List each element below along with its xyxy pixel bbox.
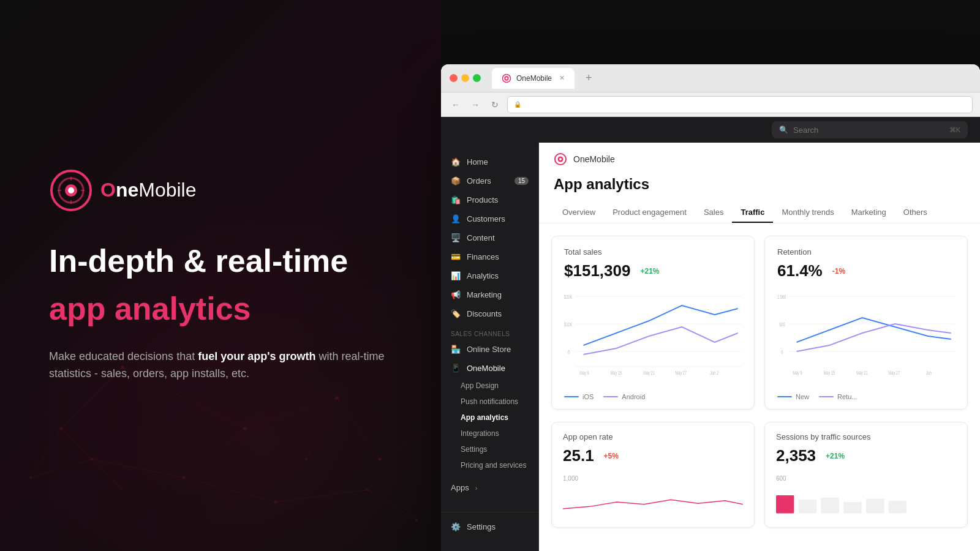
left-panel: OneMobile In-depth & real-time app analy…: [0, 0, 441, 551]
svg-rect-62: [821, 498, 839, 514]
sidebar: 🏠 Home 📦 Orders 15 🛍️ Products 👤 Custome…: [441, 143, 539, 551]
svg-rect-64: [866, 499, 884, 514]
sidebar-sub-push[interactable]: Push notifications: [441, 394, 538, 410]
app-design-label: App Design: [461, 381, 499, 390]
svg-point-23: [29, 476, 32, 479]
sidebar-item-home[interactable]: 🏠 Home: [441, 152, 538, 171]
page-title: App analytics: [554, 176, 965, 193]
app-open-rate-bottom-label: 1,000: [563, 475, 743, 482]
svg-line-13: [31, 459, 92, 478]
subtitle: Make educated decisions that fuel your a…: [49, 348, 392, 383]
forward-button[interactable]: →: [468, 97, 483, 112]
sidebar-item-onemobile[interactable]: 📱 OneMobile: [441, 359, 538, 378]
sidebar-item-discounts[interactable]: 🏷️ Discounts: [441, 304, 538, 323]
sidebar-label-content: Content: [467, 233, 495, 242]
discounts-icon: 🏷️: [451, 309, 461, 318]
tab-overview[interactable]: Overview: [554, 203, 604, 223]
traffic-lights: [450, 74, 481, 82]
total-sales-label: Total sales: [564, 247, 742, 257]
svg-point-16: [243, 427, 247, 430]
sidebar-sub-pricing[interactable]: Pricing and services: [441, 457, 538, 473]
app-open-rate-card: App open rate 25.1 +5% 1,000: [551, 422, 755, 528]
svg-line-2: [337, 398, 380, 459]
svg-point-18: [379, 458, 382, 461]
analytics-tabs: Overview Product engagement Sales Traffi…: [554, 203, 965, 223]
tab-close-button[interactable]: ✕: [559, 74, 565, 82]
right-panel: OneMobile ✕ + ← → ↻ 🔒 🔍 ⌘K: [441, 0, 980, 551]
tab-label: OneMobile: [516, 74, 552, 83]
svg-point-21: [366, 489, 369, 491]
headline-2: app analytics: [49, 290, 392, 328]
search-wrapper[interactable]: 🔍 ⌘K: [772, 121, 968, 138]
sessions-change: +21%: [822, 451, 848, 462]
sidebar-sub-settings[interactable]: Settings: [441, 441, 538, 457]
svg-text:May 21: May 21: [856, 370, 868, 376]
sidebar-label-discounts: Discounts: [467, 309, 502, 318]
back-button[interactable]: ←: [448, 97, 463, 112]
ios-line: [564, 396, 579, 397]
tab-product-engagement[interactable]: Product engagement: [604, 203, 695, 223]
total-sales-value: $151,309: [564, 261, 630, 280]
svg-point-20: [274, 501, 277, 504]
integrations-label: Integrations: [461, 429, 499, 438]
sidebar-item-content[interactable]: 🖥️ Content: [441, 228, 538, 247]
svg-point-25: [305, 458, 307, 460]
svg-text:0: 0: [568, 349, 570, 356]
sidebar-item-finances[interactable]: 💳 Finances: [441, 247, 538, 266]
sessions-value-row: 2,353 +21%: [776, 446, 956, 465]
content-icon: 🖥️: [451, 233, 461, 242]
logo-text: OneMobile: [100, 179, 197, 201]
svg-rect-65: [889, 501, 907, 514]
sidebar-item-online-store[interactable]: 🏪 Online Store: [441, 340, 538, 359]
svg-text:1,000: 1,000: [777, 294, 786, 301]
traffic-light-green[interactable]: [473, 74, 481, 82]
address-bar[interactable]: 🔒: [507, 96, 973, 113]
search-icon: 🔍: [779, 126, 788, 134]
legend-ios: iOS: [564, 393, 594, 400]
retention-legend: New Retu...: [777, 393, 955, 400]
new-label: New: [796, 393, 809, 400]
svg-point-22: [60, 427, 63, 430]
settings-icon: ⚙️: [451, 522, 461, 531]
sidebar-item-settings[interactable]: ⚙️ Settings: [441, 517, 538, 536]
app-open-rate-change: +5%: [600, 451, 622, 462]
svg-text:May 27: May 27: [676, 370, 687, 376]
traffic-light-yellow[interactable]: [461, 74, 469, 82]
sidebar-item-analytics[interactable]: 📊 Analytics: [441, 266, 538, 285]
total-sales-value-row: $151,309 +21%: [564, 261, 742, 280]
browser-tab[interactable]: OneMobile ✕: [492, 68, 575, 89]
tab-monthly-trends[interactable]: Monthly trends: [773, 203, 842, 223]
new-line: [777, 396, 792, 397]
bottom-cards: App open rate 25.1 +5% 1,000 Sessions by…: [539, 422, 980, 540]
sidebar-item-customers[interactable]: 👤 Customers: [441, 209, 538, 228]
svg-text:May 15: May 15: [611, 370, 622, 376]
sidebar-sub-app-design[interactable]: App Design: [441, 378, 538, 394]
svg-text:May 9: May 9: [793, 370, 802, 376]
sidebar-item-orders[interactable]: 📦 Orders 15: [441, 171, 538, 190]
customers-icon: 👤: [451, 214, 461, 223]
subtitle-bold: fuel your app's growth: [198, 350, 315, 362]
svg-line-14: [380, 429, 429, 459]
svg-text:0: 0: [781, 349, 783, 356]
sidebar-sub-app-analytics[interactable]: App analytics: [441, 410, 538, 425]
svg-point-33: [505, 77, 508, 80]
sidebar-item-apps[interactable]: Apps ›: [441, 478, 538, 497]
search-input[interactable]: [793, 126, 944, 135]
reload-button[interactable]: ↻: [488, 97, 502, 112]
logo-area: OneMobile: [49, 168, 392, 212]
sidebar-item-products[interactable]: 🛍️ Products: [441, 190, 538, 209]
sessions-bar-chart: [776, 487, 956, 517]
svg-line-3: [184, 429, 245, 478]
sidebar-item-marketing[interactable]: 📢 Marketing: [441, 285, 538, 304]
app-analytics-label: App analytics: [461, 413, 508, 422]
tab-traffic[interactable]: Traffic: [732, 203, 773, 223]
svg-point-19: [183, 476, 186, 479]
tab-sales[interactable]: Sales: [695, 203, 733, 223]
sidebar-sub-integrations[interactable]: Integrations: [441, 425, 538, 441]
return-line: [819, 396, 834, 397]
new-tab-button[interactable]: +: [581, 72, 597, 84]
traffic-light-red[interactable]: [450, 74, 458, 82]
tab-others[interactable]: Others: [895, 203, 936, 223]
tab-marketing[interactable]: Marketing: [843, 203, 895, 223]
svg-point-30: [68, 187, 74, 193]
